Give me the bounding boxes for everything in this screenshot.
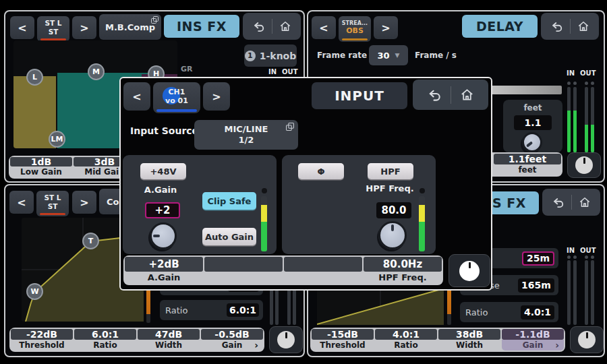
again-value[interactable]: +2 [145, 202, 180, 218]
chevron-left-icon: < [319, 22, 328, 34]
undo-icon[interactable] [550, 20, 564, 33]
out-meter-r [591, 87, 594, 152]
page-title-delay: DELAY [462, 15, 538, 38]
strip-col-3[interactable] [284, 257, 362, 284]
feet-label: feet [503, 103, 562, 113]
strip-col-feet[interactable]: 1.1feetfeet [494, 154, 561, 175]
knob-assign-button[interactable] [567, 152, 601, 178]
clip-safe-button[interactable]: Clip Safe [202, 192, 256, 210]
strip-col-width[interactable]: 38dBWidth [438, 329, 500, 351]
in-out-labels: INOUT [268, 68, 298, 75]
knob-icon [459, 261, 480, 281]
param-row-ratio[interactable]: Ratio 6.0:1 [160, 300, 263, 320]
mid-band-handle[interactable]: M [88, 63, 105, 80]
strip-col-width[interactable]: 47dBWidth [138, 329, 200, 351]
meter-peak-dot [567, 255, 571, 259]
prev-channel-button[interactable]: < [10, 16, 34, 39]
next-channel-button[interactable]: > [203, 82, 230, 111]
next-channel-button[interactable]: > [72, 191, 96, 214]
out-meter-l [585, 87, 588, 152]
delay-knob[interactable] [522, 132, 542, 152]
undo-icon[interactable] [252, 20, 266, 33]
nav-group [243, 13, 301, 40]
hpf-freq-value[interactable]: 80.0 [376, 202, 411, 218]
low-mid-crossover-handle[interactable]: LM [49, 131, 65, 148]
channel-select-button[interactable]: CH1 vo 01 [153, 82, 200, 113]
undo-icon[interactable] [552, 195, 565, 209]
one-knob-button[interactable]: 1 1-knob [244, 44, 297, 67]
channel-select-button[interactable]: ST L ST [37, 16, 69, 42]
hpf-freq-knob[interactable] [378, 221, 407, 249]
meter-peak-dot [262, 188, 267, 193]
strip-col-ratio[interactable]: 4.0:1Ratio [375, 329, 437, 351]
in-meter-l [567, 260, 571, 325]
channel-select-button[interactable]: STREA... OBS [339, 16, 371, 42]
strip-col-again[interactable]: +2dBA.Gain [125, 257, 203, 284]
copy-icon [286, 123, 294, 131]
strip-col-ratio[interactable]: 6.0:1Ratio [74, 329, 136, 351]
strip-col-gain[interactable]: -0.5dBGain› [201, 329, 263, 351]
next-channel-button[interactable]: > [374, 16, 398, 39]
input-level-meter [419, 196, 425, 251]
threshold-handle[interactable]: T [82, 233, 99, 249]
channel-color-bar [342, 38, 368, 40]
strip-col-threshold[interactable]: -15dBThreshold [312, 329, 374, 351]
chevron-right-icon: > [381, 22, 390, 34]
preset-button[interactable]: M.B.Comp [99, 14, 161, 40]
home-icon[interactable] [459, 87, 475, 102]
knob-assign-button[interactable] [449, 254, 490, 287]
knob-icon [578, 331, 596, 348]
home-icon[interactable] [577, 20, 590, 33]
input-dialog: < CH1 vo 01 > INPUT Input Source MIC/LIN… [119, 77, 492, 291]
caret-down-icon: ▼ [395, 52, 400, 59]
chevron-left-icon: < [132, 90, 141, 103]
prev-channel-button[interactable]: < [9, 191, 34, 214]
again-knob[interactable] [150, 222, 177, 249]
channel-select-button[interactable]: ST L ST [36, 191, 69, 216]
meter-peak-dot [591, 82, 594, 85]
in-meter-l [567, 87, 571, 152]
input-level-meter [261, 196, 267, 251]
chevron-right-icon: > [80, 22, 88, 34]
again-label: A.Gain [139, 185, 182, 195]
strip-col-threshold[interactable]: -22dBThreshold [11, 329, 73, 351]
hpf-button[interactable]: HPF [368, 163, 413, 179]
phantom-48v-button[interactable]: +48V [140, 163, 186, 179]
chevron-right-icon: > [212, 90, 221, 103]
strip-col-gain-selected[interactable]: -1.1dBGain› [502, 329, 564, 351]
undo-icon[interactable] [427, 87, 442, 102]
strip-col-hpf-freq[interactable]: 80.0HzHPF Freq. [364, 257, 442, 284]
low-band-handle[interactable]: L [26, 69, 43, 86]
frame-rate-label: Frame rate [317, 51, 367, 60]
analog-gain-subpanel: +48V A.Gain +2 Clip Safe Auto Gain [123, 155, 277, 254]
frame-rate-dropdown[interactable]: 30 ▼ [369, 45, 408, 65]
chevron-left-icon: < [18, 22, 26, 34]
meter-peak-dot [573, 82, 577, 85]
input-source-button[interactable]: MIC/LINE 1/2 [194, 120, 298, 150]
nav-group [541, 13, 599, 40]
prev-channel-button[interactable]: < [312, 16, 336, 39]
in-meter-r [573, 87, 577, 152]
prev-channel-button[interactable]: < [123, 82, 150, 111]
param-row-ratio[interactable]: Ratio 4.0:1 [460, 302, 558, 322]
home-icon[interactable] [279, 20, 292, 33]
feet-subpanel: feet 1.1 [503, 100, 562, 152]
out-meter-r [591, 260, 594, 325]
strip-col-2[interactable] [204, 257, 283, 284]
one-knob-badge-icon: 1 [245, 51, 256, 61]
knob-assign-button[interactable] [269, 326, 303, 353]
knob-assign-button[interactable] [570, 326, 604, 353]
meter-peak-dot [573, 255, 577, 259]
strip-col-low-gain[interactable]: 1dBLow Gain [10, 157, 72, 177]
copy-icon [151, 16, 158, 24]
chevron-right-icon: > [80, 196, 88, 209]
in-out-labels: INOUT [567, 69, 596, 77]
feet-value[interactable]: 1.1 [514, 115, 552, 130]
width-handle[interactable]: W [26, 283, 43, 300]
next-channel-button[interactable]: > [72, 16, 96, 39]
home-icon[interactable] [578, 195, 591, 209]
phase-button[interactable]: Φ [298, 163, 344, 179]
meter-peak-dot [420, 188, 425, 193]
auto-gain-button[interactable]: Auto Gain [202, 228, 256, 245]
knob-icon [277, 331, 295, 348]
